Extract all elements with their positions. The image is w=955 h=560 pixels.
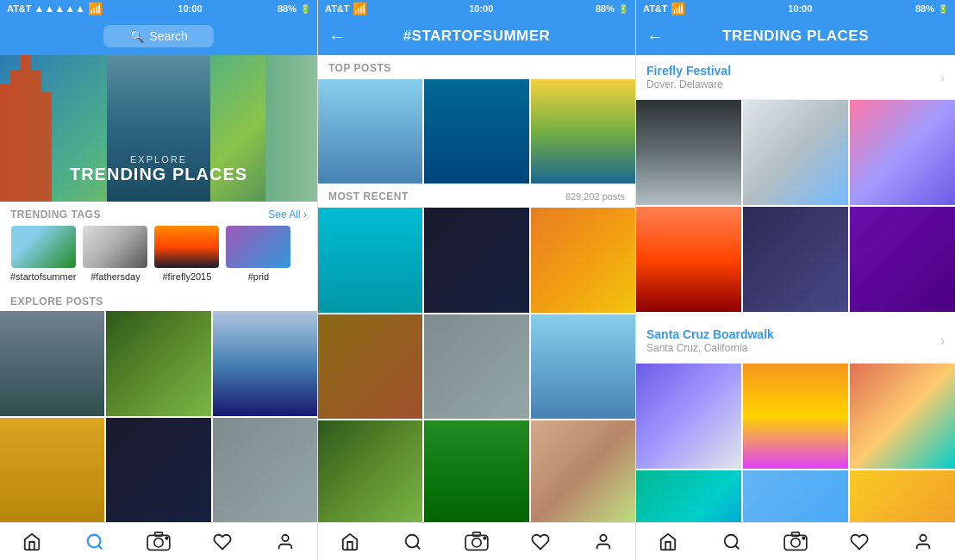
most-recent-label: MOST RECENT (328, 190, 409, 202)
place-photo-1-1[interactable] (743, 364, 848, 469)
nav-search-3[interactable] (715, 525, 749, 559)
nav-heart-2[interactable] (523, 525, 558, 559)
most-recent-header: MOST RECENT 829,202 posts (318, 185, 635, 208)
place-item-1[interactable]: Santa Cruz Boardwalk Santa Cruz, Califor… (636, 319, 955, 364)
place-photo-1-2[interactable] (850, 364, 955, 469)
hashtag-header: ← #STARTOFSUMMER (318, 17, 635, 55)
recent-2[interactable] (531, 208, 635, 312)
top-post-1[interactable] (424, 79, 528, 184)
post-thumb-5[interactable] (213, 418, 317, 522)
place-photo-1-4[interactable] (743, 470, 848, 522)
tag-item-3[interactable]: #prid (226, 226, 290, 282)
svg-point-14 (725, 534, 738, 547)
status-time-1: 10:00 (178, 3, 202, 14)
recent-4[interactable] (424, 314, 528, 419)
hero-banner: EXPLORE TRENDING PLACES (0, 55, 317, 202)
post-thumb-3[interactable] (0, 418, 104, 522)
panel-explore: AT&T ▲▲▲▲▲ 📶 10:00 88% 🔋 🔍 Search EXPLOR… (0, 0, 318, 560)
place-photo-0-4[interactable] (743, 207, 848, 312)
nav-home-3[interactable] (651, 525, 685, 559)
explore-posts-grid (0, 311, 317, 522)
nav-profile-1[interactable] (268, 525, 303, 559)
tag-thumb-1 (83, 226, 147, 268)
recent-7[interactable] (424, 420, 528, 522)
svg-point-7 (406, 534, 419, 547)
trending-places-content: Firefly Festival Dover, Delaware › Santa… (636, 55, 955, 522)
post-thumb-4[interactable] (106, 418, 210, 522)
svg-line-15 (735, 545, 739, 549)
tag-label-3: #prid (248, 271, 269, 282)
panel-hashtag: AT&T 📶 10:00 88% 🔋 ← #STARTOFSUMMER TOP … (318, 0, 636, 560)
place-photo-1-5[interactable] (850, 470, 955, 522)
nav-camera-2[interactable] (459, 525, 494, 559)
hashtag-content: TOP POSTS MOST RECENT 829,202 posts (318, 55, 635, 522)
tag-label-2: #firefly2015 (162, 271, 211, 282)
place-photo-0-2[interactable] (850, 100, 955, 205)
see-all-button[interactable]: See All › (268, 208, 307, 221)
post-count: 829,202 posts (565, 191, 625, 202)
place-photo-0-1[interactable] (743, 100, 848, 205)
search-placeholder: Search (149, 29, 187, 43)
tag-item-0[interactable]: #startofsummer (10, 226, 76, 282)
svg-rect-11 (473, 532, 481, 535)
trending-tags-header: TRENDING TAGS See All › (0, 202, 317, 226)
recent-0[interactable] (318, 208, 422, 312)
place-photo-0-3[interactable] (636, 207, 741, 312)
back-button-3[interactable]: ← (646, 27, 664, 47)
status-bar-2: AT&T 📶 10:00 88% 🔋 (318, 0, 635, 17)
nav-search-1[interactable] (78, 525, 112, 559)
hero-overlay: EXPLORE TRENDING PLACES (0, 154, 317, 184)
post-thumb-1[interactable] (106, 311, 210, 415)
search-bar[interactable]: 🔍 Search (103, 25, 213, 47)
trending-tags-row: #startofsummer #fathersday #firefly2015 … (0, 226, 317, 290)
place-photos-0 (636, 100, 955, 312)
top-post-0[interactable] (318, 79, 422, 184)
place-photo-0-5[interactable] (850, 207, 955, 312)
search-header: 🔍 Search (0, 17, 317, 55)
place-name-1: Santa Cruz Boardwalk (646, 327, 774, 341)
nav-search-2[interactable] (396, 525, 430, 559)
back-button-2[interactable]: ← (328, 27, 346, 47)
top-post-2[interactable] (531, 79, 635, 184)
panel-trending-places: AT&T 📶 10:00 88% 🔋 ← TRENDING PLACES Fir… (636, 0, 955, 560)
place-photo-1-0[interactable] (636, 364, 741, 469)
svg-point-20 (920, 534, 926, 540)
svg-point-17 (791, 538, 800, 546)
nav-profile-2[interactable] (586, 525, 621, 559)
tag-thumb-2 (154, 226, 219, 268)
status-bar-1: AT&T ▲▲▲▲▲ 📶 10:00 88% 🔋 (0, 0, 317, 17)
nav-heart-1[interactable] (205, 525, 240, 559)
svg-point-5 (165, 537, 168, 539)
nav-home-2[interactable] (333, 525, 367, 559)
bottom-nav-1 (0, 522, 317, 560)
tag-item-2[interactable]: #firefly2015 (154, 226, 219, 282)
svg-line-1 (99, 545, 103, 549)
tag-label-0: #startofsummer (10, 271, 76, 282)
status-time-2: 10:00 (469, 3, 493, 14)
tag-item-1[interactable]: #fathersday (83, 226, 147, 282)
place-photos-1 (636, 364, 955, 522)
place-item-0[interactable]: Firefly Festival Dover, Delaware › (636, 55, 955, 100)
trending-places-title: TRENDING PLACES (722, 28, 869, 45)
nav-camera-3[interactable] (778, 525, 813, 559)
place-photo-0-0[interactable] (636, 100, 741, 205)
place-photo-1-3[interactable] (636, 470, 741, 522)
nav-heart-3[interactable] (842, 525, 877, 559)
hero-explore-label: EXPLORE (0, 154, 317, 165)
battery-icon-1: 🔋 (300, 4, 310, 14)
recent-8[interactable] (531, 420, 635, 522)
nav-camera-1[interactable] (141, 525, 176, 559)
svg-rect-4 (155, 532, 163, 535)
recent-6[interactable] (318, 420, 422, 522)
nav-profile-3[interactable] (906, 525, 940, 559)
recent-5[interactable] (531, 314, 635, 419)
svg-point-10 (472, 538, 481, 546)
post-thumb-0[interactable] (0, 311, 104, 415)
top-posts-header: TOP POSTS (318, 55, 635, 79)
bottom-nav-2 (318, 522, 635, 560)
recent-1[interactable] (424, 208, 528, 312)
nav-home-1[interactable] (15, 525, 49, 559)
place-location-1: Santa Cruz, California (646, 342, 774, 354)
post-thumb-2[interactable] (213, 311, 317, 415)
recent-3[interactable] (318, 314, 422, 419)
